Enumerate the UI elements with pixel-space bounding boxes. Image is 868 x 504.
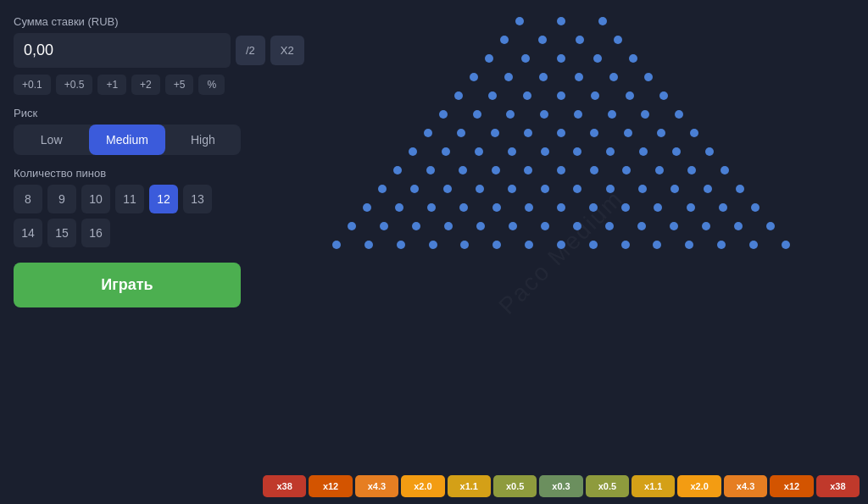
pin: [657, 129, 665, 137]
pin: [508, 147, 516, 156]
pin: [573, 185, 581, 193]
left-panel: Сумма ставки (RUB) /2 X2 +0.1+0.5+1+2+5%…: [0, 0, 254, 504]
pin-row: [439, 110, 683, 119]
pin: [624, 129, 632, 137]
preset-btn[interactable]: +1: [97, 75, 126, 95]
pin: [538, 36, 547, 44]
pin: [539, 73, 548, 81]
pin-13[interactable]: 13: [183, 185, 212, 213]
preset-btn[interactable]: %: [198, 75, 225, 95]
pin: [429, 241, 437, 249]
pin: [488, 91, 497, 100]
pin: [457, 129, 465, 137]
pin: [605, 222, 614, 230]
pin: [557, 203, 565, 212]
pin: [766, 222, 775, 230]
pin: [655, 166, 664, 174]
pin: [736, 185, 744, 193]
pin: [443, 185, 452, 193]
pin-16[interactable]: 16: [81, 219, 110, 247]
pin: [412, 222, 420, 230]
pin: [459, 203, 468, 212]
risk-row: Low Medium High: [14, 125, 241, 155]
risk-medium[interactable]: Medium: [89, 125, 164, 155]
pin: [540, 110, 548, 119]
pin: [608, 110, 616, 119]
pin-14[interactable]: 14: [14, 219, 42, 247]
pin-row: [409, 147, 714, 156]
pin-15[interactable]: 15: [47, 219, 76, 247]
pin: [749, 241, 758, 249]
pin: [427, 203, 436, 212]
pin-row: [332, 241, 790, 249]
pin: [348, 222, 356, 230]
multiplier-bucket-0: x38: [263, 475, 306, 497]
pin-row: [500, 36, 622, 44]
multiplier-bucket-10: x4.3: [724, 475, 767, 497]
pins-label: Количество пинов: [14, 167, 241, 180]
pin: [541, 185, 549, 193]
pin: [473, 110, 481, 119]
pin: [476, 185, 484, 193]
pin-row: [363, 203, 760, 212]
pin: [424, 129, 432, 137]
pin: [378, 185, 387, 193]
bet-label: Сумма ставки (RUB): [14, 15, 241, 28]
multipliers-row: x38x12x4.3x2.0x1.1x0.5x0.3x0.5x1.1x2.0x4…: [254, 468, 868, 504]
multiplier-bucket-8: x1.1: [632, 475, 675, 497]
pin: [332, 241, 341, 249]
multiplier-bucket-3: x2.0: [401, 475, 444, 497]
pin: [492, 166, 500, 174]
pin-row: [424, 129, 698, 137]
pin: [557, 17, 565, 25]
pin: [363, 203, 371, 212]
pin: [515, 17, 524, 25]
pin: [380, 222, 388, 230]
pin-9[interactable]: 9: [47, 185, 76, 213]
pin-row: [393, 166, 729, 174]
pin: [557, 166, 565, 174]
pin: [589, 241, 598, 249]
risk-low[interactable]: Low: [14, 125, 89, 155]
risk-label: Риск: [14, 107, 241, 119]
bet-input[interactable]: [14, 33, 231, 68]
pin: [576, 36, 584, 44]
pin: [573, 147, 581, 156]
preset-btn[interactable]: +5: [165, 75, 194, 95]
pin: [606, 185, 615, 193]
pin-11[interactable]: 11: [115, 185, 144, 213]
pin: [670, 222, 678, 230]
pin: [621, 203, 630, 212]
pin-8[interactable]: 8: [14, 185, 42, 213]
pin: [504, 73, 513, 81]
preset-btn[interactable]: +0.5: [56, 75, 93, 95]
pin: [460, 241, 469, 249]
pin: [395, 203, 403, 212]
pin: [589, 203, 598, 212]
multiplier-bucket-1: x12: [309, 475, 352, 497]
pin: [687, 166, 696, 174]
pin: [492, 203, 501, 212]
pin: [637, 222, 646, 230]
pin-10[interactable]: 10: [81, 185, 110, 213]
pin: [393, 166, 402, 174]
pin: [593, 54, 602, 63]
preset-btn[interactable]: +2: [131, 75, 160, 95]
pin: [675, 110, 683, 119]
play-button[interactable]: Играть: [14, 263, 241, 307]
pin: [690, 129, 698, 137]
pins-row: 8 9 10 11 12 13 14 15 16: [14, 185, 241, 247]
pin: [590, 166, 598, 174]
preset-btn[interactable]: +0.1: [14, 75, 51, 95]
risk-high[interactable]: High: [165, 125, 241, 155]
multiplier-bucket-12: x38: [816, 475, 860, 497]
pin: [685, 241, 693, 249]
pin: [598, 17, 607, 25]
pin: [687, 203, 695, 212]
bet-input-row: /2 X2: [14, 33, 241, 68]
pin-12[interactable]: 12: [149, 185, 178, 213]
pin: [644, 73, 653, 81]
risk-section: Риск Low Medium High: [14, 107, 241, 155]
pin: [364, 241, 373, 249]
pins-container: [315, 0, 807, 468]
